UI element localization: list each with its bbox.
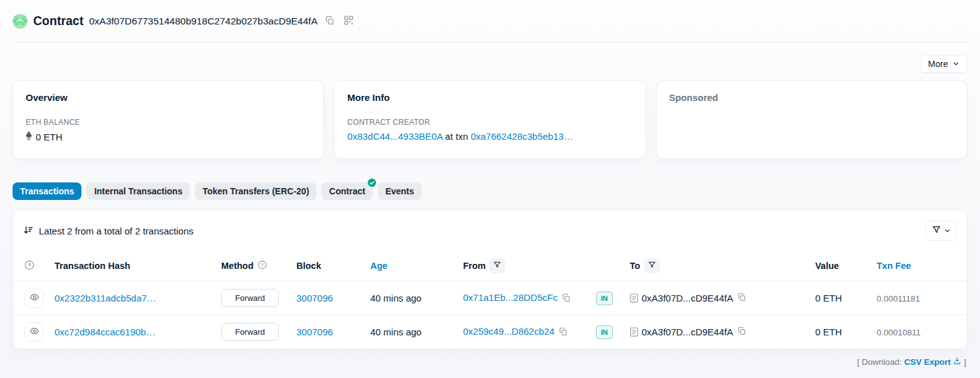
copy-icon — [738, 294, 746, 303]
copy-from-address-button[interactable] — [562, 293, 571, 304]
from-filter-button[interactable] — [489, 258, 505, 273]
sponsored-card: Sponsored — [656, 80, 967, 159]
table-filter-button[interactable] — [925, 221, 957, 241]
entity-type-label: Contract — [33, 14, 83, 28]
copy-icon — [738, 328, 746, 337]
csv-export-label: CSV Export — [904, 357, 951, 367]
contract-address: 0xA3f07D6773514480b918C2742b027b3acD9E44… — [89, 16, 318, 27]
contract-creator-label: CONTRACT CREATOR — [347, 118, 632, 127]
csv-export-link[interactable]: CSV Export — [904, 357, 961, 367]
creator-connector-text: at txn — [445, 131, 468, 142]
col-header-transaction-hash: Transaction Hash — [50, 251, 216, 281]
svg-text:?: ? — [261, 262, 264, 268]
col-header-block: Block — [291, 251, 365, 281]
copy-to-address-button[interactable] — [738, 293, 746, 303]
eye-icon — [29, 292, 39, 304]
to-address-text: 0xA3f07D...cD9E44fA — [642, 293, 733, 303]
funnel-icon — [648, 261, 656, 271]
chevron-down-icon — [944, 226, 951, 236]
more-info-card-title: More Info — [347, 92, 632, 103]
table-row: 0xc72d984ccac6190b… Forward 3007096 40 m… — [13, 315, 967, 349]
more-button-label: More — [928, 59, 948, 69]
table-row: 0x2322b311adcb5da7… Forward 3007096 40 m… — [13, 281, 967, 315]
method-badge[interactable]: Forward — [221, 323, 279, 341]
transactions-table: ? Transaction Hash Method ? Block Age — [13, 251, 967, 349]
page-header: Contract 0xA3f07D6773514480b918C2742b027… — [13, 0, 967, 43]
eye-icon — [29, 326, 39, 338]
block-link[interactable]: 3007096 — [296, 327, 333, 337]
download-footer: [ Download: CSV Export ] — [13, 350, 967, 374]
tab-transactions[interactable]: Transactions — [13, 182, 81, 200]
sponsored-card-title: Sponsored — [669, 92, 954, 103]
eth-balance-value: 0 ETH — [36, 132, 63, 142]
copy-icon — [562, 295, 571, 304]
creator-address-link[interactable]: 0x83dC44...4933BE0A — [347, 131, 442, 142]
eth-diamond-icon — [26, 131, 32, 143]
download-prefix: [ Download: — [857, 357, 902, 367]
funnel-icon — [932, 225, 941, 236]
tx-hash-link[interactable]: 0x2322b311adcb5da7… — [55, 293, 156, 303]
help-circle-icon[interactable]: ? — [258, 260, 267, 271]
value-text: 0 ETH — [815, 293, 842, 303]
col-header-age-toggle[interactable]: Age — [370, 261, 387, 271]
tab-contract-label: Contract — [329, 186, 365, 196]
block-link[interactable]: 3007096 — [296, 293, 333, 303]
contract-identicon — [13, 14, 28, 29]
transactions-summary: Latest 2 from a total of 2 transactions — [39, 226, 194, 236]
direction-badge: IN — [596, 291, 613, 305]
from-address-link[interactable]: 0x71a1Eb...28DD5cFc — [463, 292, 558, 303]
tab-bar: Transactions Internal Transactions Token… — [13, 182, 967, 200]
txn-fee-text: 0.00011181 — [877, 294, 920, 303]
col-header-to: To — [630, 261, 640, 271]
to-address-text: 0xA3f07D...cD9E44fA — [642, 327, 733, 337]
chevron-down-icon — [952, 59, 959, 69]
transactions-panel-header: Latest 2 from a total of 2 transactions — [13, 210, 967, 251]
table-header-row: ? Transaction Hash Method ? Block Age — [13, 251, 967, 281]
method-badge[interactable]: Forward — [221, 289, 279, 307]
overview-card: Overview ETH BALANCE 0 ETH — [13, 80, 324, 159]
tx-preview-button[interactable] — [24, 322, 44, 342]
qr-code-icon — [344, 16, 353, 27]
svg-text:?: ? — [28, 262, 31, 268]
direction-badge: IN — [596, 325, 613, 339]
col-header-from: From — [463, 261, 486, 271]
copy-icon — [325, 16, 335, 27]
download-icon — [953, 357, 961, 367]
txn-fee-text: 0.00010811 — [877, 328, 920, 337]
help-circle-icon[interactable]: ? — [24, 262, 34, 272]
to-filter-button[interactable] — [644, 258, 660, 273]
tx-hash-link[interactable]: 0xc72d984ccac6190b… — [55, 327, 155, 337]
download-suffix: ] — [964, 357, 966, 367]
more-button[interactable]: More — [920, 55, 967, 73]
tab-contract[interactable]: Contract — [321, 182, 373, 200]
copy-icon — [559, 328, 568, 338]
contract-document-icon — [630, 293, 639, 303]
tx-preview-button[interactable] — [24, 288, 44, 308]
copy-from-address-button[interactable] — [559, 327, 568, 338]
page: Contract 0xA3f07D6773514480b918C2742b027… — [0, 0, 980, 374]
verified-check-icon — [367, 178, 377, 187]
col-header-txn-fee-toggle[interactable]: Txn Fee — [877, 261, 911, 271]
transactions-panel: Latest 2 from a total of 2 transactions — [13, 209, 967, 350]
copy-to-address-button[interactable] — [738, 327, 746, 337]
more-info-card: More Info CONTRACT CREATOR 0x83dC44...49… — [334, 80, 645, 159]
col-header-value: Value — [810, 251, 872, 281]
overview-card-title: Overview — [26, 92, 311, 103]
qr-code-button[interactable] — [342, 14, 355, 29]
from-address-link[interactable]: 0x259c49...D862cb24 — [463, 326, 555, 337]
info-cards: Overview ETH BALANCE 0 ETH More Info CON… — [13, 80, 967, 159]
creation-txn-link[interactable]: 0xa7662428c3b5eb13… — [471, 131, 573, 142]
age-text: 40 mins ago — [370, 327, 422, 337]
col-header-method: Method — [221, 261, 254, 271]
value-text: 0 ETH — [815, 327, 842, 337]
sort-descending-icon — [23, 225, 33, 237]
contract-document-icon — [630, 327, 639, 337]
funnel-icon — [493, 261, 501, 271]
age-text: 40 mins ago — [370, 293, 422, 303]
tab-internal-transactions[interactable]: Internal Transactions — [86, 182, 190, 200]
eth-balance-label: ETH BALANCE — [26, 118, 311, 127]
tab-events[interactable]: Events — [378, 182, 422, 200]
tab-token-transfers[interactable]: Token Transfers (ERC-20) — [195, 182, 316, 200]
toolbar: More — [13, 43, 967, 80]
copy-address-button[interactable] — [323, 14, 336, 29]
